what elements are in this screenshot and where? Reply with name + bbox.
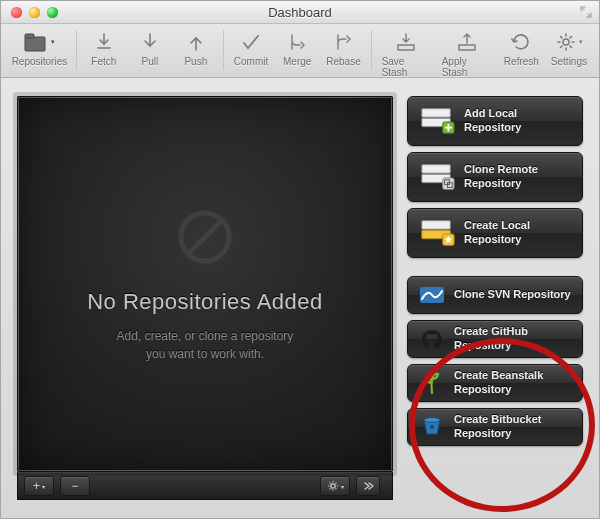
- svg-point-19: [430, 425, 434, 429]
- github-icon: [418, 327, 446, 351]
- empty-heading: No Repositories Added: [87, 289, 323, 315]
- window-controls: [1, 7, 58, 18]
- bitbucket-icon: [418, 415, 446, 439]
- toolbar-divider: [223, 30, 224, 70]
- toolbar-divider: [76, 30, 77, 70]
- apply-stash-button[interactable]: Apply Stash: [436, 28, 498, 78]
- zoom-window-button[interactable]: [47, 7, 58, 18]
- merge-button[interactable]: Merge: [274, 28, 320, 67]
- svg-line-4: [189, 221, 221, 253]
- drive-clone-icon: [418, 160, 456, 194]
- action-label: Create Local Repository: [464, 219, 572, 247]
- action-label: Clone SVN Repository: [454, 288, 571, 302]
- action-label: Clone Remote Repository: [464, 163, 572, 191]
- save-stash-button[interactable]: Save Stash: [376, 28, 436, 78]
- action-label: Add Local Repository: [464, 107, 572, 135]
- pull-icon: [139, 28, 161, 56]
- svn-icon: [418, 283, 446, 307]
- fullscreen-button[interactable]: [579, 5, 593, 19]
- local-group: Commit Merge Rebase: [228, 28, 367, 67]
- stash-group: Save Stash Apply Stash: [376, 28, 498, 78]
- repo-list-panel: No Repositories Added Add, create, or cl…: [17, 96, 393, 500]
- beanstalk-icon: [418, 371, 446, 395]
- app-window: Dashboard ▾ Repositories Fetch Pull: [0, 0, 600, 519]
- pull-button[interactable]: Pull: [127, 28, 173, 67]
- remove-repo-button[interactable]: −: [60, 476, 90, 496]
- toolbar: ▾ Repositories Fetch Pull Push Commit: [1, 24, 599, 78]
- remote-group: Fetch Pull Push: [81, 28, 219, 67]
- titlebar: Dashboard: [1, 0, 599, 24]
- svg-rect-0: [25, 37, 45, 51]
- refresh-icon: [510, 28, 532, 56]
- push-icon: [185, 28, 207, 56]
- action-label: Create GitHub Repository: [454, 325, 572, 353]
- action-label: Create Beanstalk Repository: [454, 369, 572, 397]
- action-label: Create Bitbucket Repository: [454, 413, 572, 441]
- settings-button[interactable]: ▾ Settings: [545, 28, 593, 67]
- window-title: Dashboard: [1, 5, 599, 20]
- drive-create-icon: [418, 216, 456, 250]
- rebase-button[interactable]: Rebase: [320, 28, 366, 67]
- close-window-button[interactable]: [11, 7, 22, 18]
- create-bitbucket-repo-button[interactable]: Create Bitbucket Repository: [407, 408, 583, 446]
- clone-remote-repo-button[interactable]: Clone Remote Repository: [407, 152, 583, 202]
- fetch-icon: [93, 28, 115, 56]
- svg-point-5: [330, 484, 334, 488]
- clone-svn-repo-button[interactable]: Clone SVN Repository: [407, 276, 583, 314]
- right-group: Refresh ▾ Settings: [498, 28, 593, 67]
- refresh-button[interactable]: Refresh: [498, 28, 545, 67]
- save-stash-icon: [395, 28, 417, 56]
- repositories-label: Repositories: [12, 56, 68, 67]
- commit-button[interactable]: Commit: [228, 28, 274, 67]
- svg-rect-9: [422, 165, 451, 174]
- actions-column: Add Local Repository Clone Remote Reposi…: [407, 96, 583, 500]
- rebase-icon: [332, 28, 354, 56]
- view-options-button[interactable]: ▾: [320, 476, 350, 496]
- svg-point-2: [563, 39, 569, 45]
- no-entry-icon: [173, 205, 237, 269]
- apply-stash-icon: [456, 28, 478, 56]
- add-local-repo-button[interactable]: Add Local Repository: [407, 96, 583, 146]
- empty-description: Add, create, or clone a repository you w…: [117, 327, 294, 363]
- fetch-button[interactable]: Fetch: [81, 28, 127, 67]
- svg-rect-6: [422, 109, 451, 118]
- create-local-repo-button[interactable]: Create Local Repository: [407, 208, 583, 258]
- repositories-icon: ▾: [23, 28, 55, 56]
- minimize-window-button[interactable]: [29, 7, 40, 18]
- repositories-button[interactable]: ▾ Repositories: [7, 28, 72, 67]
- svg-rect-1: [25, 34, 34, 38]
- add-repo-button[interactable]: +▾: [24, 476, 54, 496]
- create-github-repo-button[interactable]: Create GitHub Repository: [407, 320, 583, 358]
- svg-point-18: [424, 418, 440, 423]
- merge-icon: [286, 28, 308, 56]
- settings-icon: ▾: [555, 28, 583, 56]
- content-area: No Repositories Added Add, create, or cl…: [1, 78, 599, 518]
- commit-icon: [240, 28, 262, 56]
- toolbar-divider: [371, 30, 372, 70]
- more-button[interactable]: [356, 476, 380, 496]
- empty-state: No Repositories Added Add, create, or cl…: [17, 96, 393, 472]
- svg-rect-14: [422, 221, 451, 230]
- drive-add-icon: [418, 104, 456, 138]
- push-button[interactable]: Push: [173, 28, 219, 67]
- repo-list-toolbar: +▾ − ▾: [17, 472, 393, 500]
- create-beanstalk-repo-button[interactable]: Create Beanstalk Repository: [407, 364, 583, 402]
